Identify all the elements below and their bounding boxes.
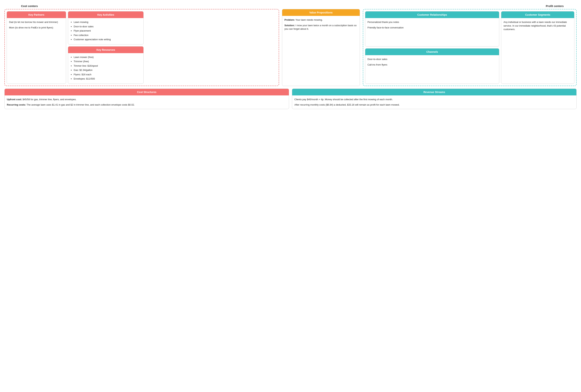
- key-act-res-column: Key Activities Lawn mowing Door-to-door …: [68, 11, 144, 84]
- key-resources-item-4: Gas: $2.34/gallon: [74, 68, 141, 72]
- cost-centers-label: Cost centers: [21, 4, 38, 8]
- upfront-cost-text: $45/58 for gas, trimmer line, flyers, an…: [22, 98, 76, 101]
- key-resources-item-5: Flyers: $16 each: [74, 73, 141, 76]
- customer-segments-text: Any individual or business with a lawn n…: [504, 20, 572, 31]
- key-partners-card: Key Partners Dad (to let me borrow his m…: [7, 11, 66, 84]
- revenue-streams-header: Revenue Streams: [292, 89, 576, 96]
- cost-structures-header: Cost Structures: [4, 89, 289, 96]
- customer-relationships-item-2: Friendly face-to-face conversation: [368, 26, 497, 30]
- cost-structures-card: Cost Structures Upfront cost: $45/58 for…: [4, 88, 289, 109]
- upfront-cost-label: Upfront cost:: [7, 98, 22, 101]
- key-resources-item-3: Timmer line: $16/spool: [74, 64, 141, 68]
- recurring-cost-label: Recurring costs:: [7, 103, 26, 106]
- key-resources-header: Key Resources: [68, 46, 144, 53]
- cost-structures-line1: Upfront cost: $45/58 for gas, trimmer li…: [7, 98, 286, 101]
- solution-text: I mow your lawn twice a month on a subsc…: [284, 24, 356, 30]
- key-partners-body: Dad (to let me borrow his mower and trim…: [7, 18, 66, 84]
- key-activities-body: Lawn mowing Door-to-door sales Flyer pla…: [68, 18, 144, 44]
- revenue-streams-card: Revenue Streams Clients pay $40/month + …: [292, 88, 576, 109]
- key-resources-body: Lawn mower (free) Trimmer (free) Timmer …: [68, 53, 144, 84]
- channels-item-1: Door-to-door sales: [368, 58, 497, 61]
- cost-structures-line2: Recurring costs: The average lawn uses $…: [7, 103, 286, 107]
- revenue-streams-body: Clients pay $40/month + tip. Money shoul…: [292, 96, 576, 109]
- key-resources-item-2: Trimmer (free): [74, 60, 141, 63]
- problem-text: Your lawn needs mowing.: [295, 18, 322, 21]
- cost-centers-box: Key Partners Dad (to let me borrow his m…: [4, 9, 279, 86]
- customer-segments-body: Any individual or business with a lawn n…: [501, 18, 574, 84]
- profit-centers-box: Customer Relationships Personalized than…: [363, 9, 576, 86]
- key-activities-item-1: Lawn mowing: [74, 20, 141, 24]
- key-activities-card: Key Activities Lawn mowing Door-to-door …: [68, 11, 144, 44]
- key-activities-item-4: Fee collection: [74, 34, 141, 37]
- recurring-cost-text: The average lawn uses $1.41 in gas and $…: [26, 103, 134, 106]
- key-activities-item-3: Flyer placement: [74, 29, 141, 33]
- channels-card: Channels Door-to-door sales Call-ins fro…: [365, 48, 499, 84]
- customer-relationships-card: Customer Relationships Personalized than…: [365, 11, 499, 46]
- key-activities-item-5: Customer appreciation note writing: [74, 38, 141, 41]
- cost-structures-body: Upfront cost: $45/58 for gas, trimmer li…: [4, 96, 289, 109]
- solution-label: Solution:: [284, 24, 295, 27]
- key-partners-item-2: Mom (to drive me to FedEx to print flyer…: [9, 26, 64, 30]
- cust-rel-chan-column: Customer Relationships Personalized than…: [365, 11, 499, 84]
- key-activities-header: Key Activities: [68, 12, 144, 18]
- value-propositions-header: Value Propositions: [282, 9, 360, 16]
- profit-centers-label: Profit centers: [546, 4, 564, 8]
- customer-relationships-body: Personalized thank-you notes Friendly fa…: [365, 18, 499, 46]
- key-activities-item-2: Door-to-door sales: [74, 25, 141, 28]
- key-partners-header: Key Partners: [7, 12, 66, 18]
- value-propositions-card: Value Propositions Problem: Your lawn ne…: [282, 9, 360, 86]
- key-resources-list: Lawn mower (free) Trimmer (free) Timmer …: [70, 55, 141, 81]
- value-prop-solution: Solution: I mow your lawn twice a month …: [284, 24, 358, 31]
- key-partners-item-1: Dad (to let me borrow his mower and trim…: [9, 20, 64, 24]
- customer-segments-card: Customer Segments Any individual or busi…: [501, 11, 574, 84]
- value-propositions-body: Problem: Your lawn needs mowing. Solutio…: [282, 16, 360, 86]
- customer-relationships-header: Customer Relationships: [365, 12, 499, 18]
- bottom-row: Cost Structures Upfront cost: $45/58 for…: [4, 88, 576, 109]
- key-resources-item-6: Envelopes: $11/500: [74, 77, 141, 81]
- channels-item-2: Call-ins from flyers: [368, 63, 497, 67]
- customer-segments-header: Customer Segments: [501, 12, 574, 18]
- revenue-streams-line2: After recurring monthly costs ($6.84) a …: [294, 103, 574, 107]
- value-prop-wrapper: Value Propositions Problem: Your lawn ne…: [281, 9, 361, 86]
- key-activities-list: Lawn mowing Door-to-door sales Flyer pla…: [70, 20, 141, 41]
- key-resources-card: Key Resources Lawn mower (free) Trimmer …: [68, 46, 144, 84]
- revenue-streams-line1: Clients pay $40/month + tip. Money shoul…: [294, 98, 574, 101]
- customer-relationships-item-1: Personalized thank-you notes: [368, 20, 497, 24]
- problem-label: Problem:: [284, 18, 295, 21]
- value-prop-problem: Problem: Your lawn needs mowing.: [284, 18, 358, 22]
- channels-header: Channels: [365, 48, 499, 55]
- channels-body: Door-to-door sales Call-ins from flyers: [365, 55, 499, 84]
- key-resources-item-1: Lawn mower (free): [74, 55, 141, 59]
